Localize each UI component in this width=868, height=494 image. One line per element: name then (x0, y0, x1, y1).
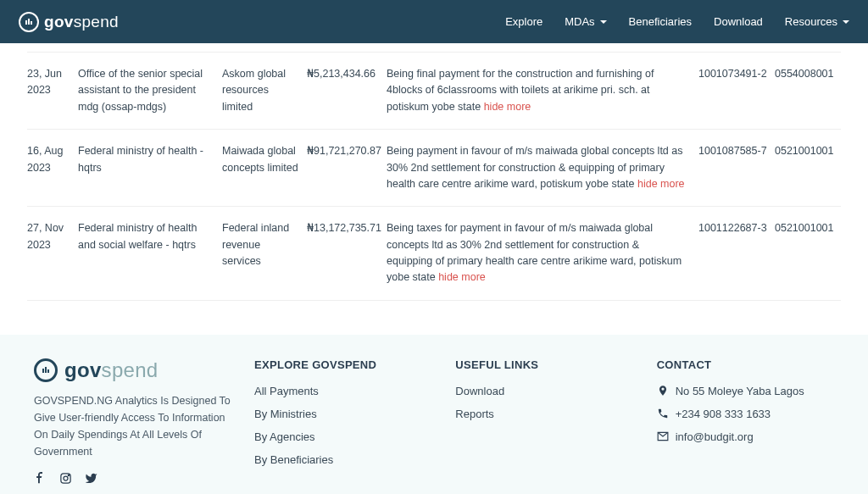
nav-mdas[interactable]: MDAs (565, 15, 606, 28)
cell-amount: ₦5,213,434.66 (307, 66, 375, 115)
email-icon (657, 430, 669, 442)
logo-icon (19, 12, 39, 32)
contact-email: info@budgit.org (657, 430, 834, 443)
location-icon (657, 385, 669, 397)
footer-link-by-agencies[interactable]: By Agencies (254, 430, 431, 443)
cell-date: 27, Nov 2023 (27, 220, 78, 286)
cell-date: 16, Aug 2023 (27, 143, 78, 192)
contact-phone-text: +234 908 333 1633 (676, 408, 771, 420)
facebook-icon[interactable] (34, 472, 47, 486)
twitter-icon[interactable] (85, 472, 98, 486)
logo-icon (34, 358, 58, 382)
cell-ref1: 1001122687-3 (698, 220, 775, 286)
cell-beneficiary: Maiwada global concepts limited (222, 143, 307, 192)
brand-logo[interactable]: govspend (19, 12, 119, 32)
footer-contact: CONTACT No 55 Moleye Yaba Lagos +234 908… (657, 358, 834, 486)
nav-mdas-label: MDAs (565, 15, 594, 28)
contact-phone: +234 908 333 1633 (657, 408, 834, 420)
footer-heading: USEFUL LINKS (455, 358, 632, 371)
cell-ministry: Federal ministry of health - hqtrs (78, 143, 222, 192)
cell-description: Being taxes for payment in favour of m/s… (375, 220, 698, 286)
brand-name: govspend (44, 13, 119, 31)
payments-table: 23, Jun 2023 Office of the senior specia… (0, 43, 868, 335)
cell-date: 23, Jun 2023 (27, 66, 78, 115)
footer-link-download[interactable]: Download (455, 385, 632, 397)
nav-resources[interactable]: Resources (785, 15, 849, 28)
cell-amount: ₦91,721,270.87 (307, 143, 375, 192)
phone-icon (657, 408, 669, 419)
nav-explore[interactable]: Explore (505, 15, 542, 28)
cell-description: Being final payment for the construction… (375, 66, 698, 115)
footer-heading: CONTACT (657, 358, 834, 371)
footer-link-all-payments[interactable]: All Payments (254, 385, 431, 397)
footer-link-reports[interactable]: Reports (455, 408, 632, 420)
instagram-icon[interactable] (59, 472, 73, 486)
hide-more-toggle[interactable]: hide more (637, 178, 685, 190)
hide-more-toggle[interactable]: hide more (438, 271, 486, 283)
navbar: govspend Explore MDAs Beneficiaries Down… (0, 0, 868, 43)
table-row: 23, Jun 2023 Office of the senior specia… (27, 52, 841, 130)
social-links (34, 472, 231, 486)
chevron-down-icon (600, 20, 607, 24)
footer-about: govspend GOVSPEND.NG Analytics Is Design… (34, 358, 231, 486)
contact-address-text: No 55 Moleye Yaba Lagos (676, 385, 804, 397)
cell-ministry: Federal ministry of health and social we… (78, 220, 222, 286)
table-row: 16, Aug 2023 Federal ministry of health … (27, 130, 841, 207)
description-text: Being taxes for payment in favour of m/s… (387, 222, 682, 283)
footer-explore: EXPLORE GOVSPEND All Payments By Ministr… (254, 358, 431, 486)
footer-useful: USEFUL LINKS Download Reports (455, 358, 632, 486)
cell-beneficiary: Federal inland revenue services (222, 220, 307, 286)
footer-link-by-beneficiaries[interactable]: By Beneficiaries (254, 453, 431, 466)
cell-beneficiary: Askom global resources limited (222, 66, 307, 115)
cell-amount: ₦13,172,735.71 (307, 220, 375, 286)
cell-ministry: Office of the senior special assistant t… (78, 66, 222, 115)
cell-ref1: 1001087585-7 (698, 143, 775, 192)
nav-download[interactable]: Download (714, 15, 763, 28)
hide-more-toggle[interactable]: hide more (484, 101, 531, 113)
footer-heading: EXPLORE GOVSPEND (254, 358, 431, 371)
contact-address: No 55 Moleye Yaba Lagos (657, 385, 834, 397)
footer-brand-name: govspend (64, 358, 158, 382)
cell-description: Being payment in favour of m/s maiwada g… (375, 143, 698, 192)
footer-logo[interactable]: govspend (34, 358, 231, 382)
footer-link-by-ministries[interactable]: By Ministries (254, 408, 431, 420)
footer-description: GOVSPEND.NG Analytics Is Designed To Giv… (34, 392, 231, 460)
nav-resources-label: Resources (785, 15, 837, 28)
nav-beneficiaries[interactable]: Beneficiaries (629, 15, 692, 28)
cell-ref2: 0554008001 (775, 66, 841, 115)
footer: govspend GOVSPEND.NG Analytics Is Design… (0, 335, 868, 494)
svg-point-2 (68, 475, 69, 475)
cell-ref2: 0521001001 (775, 220, 841, 286)
primary-nav: Explore MDAs Beneficiaries Download Reso… (505, 15, 849, 28)
chevron-down-icon (843, 20, 849, 24)
svg-point-1 (64, 476, 68, 480)
cell-ref2: 0521001001 (775, 143, 841, 192)
table-row: 27, Nov 2023 Federal ministry of health … (27, 207, 841, 301)
contact-email-text: info@budgit.org (676, 430, 754, 443)
cell-ref1: 1001073491-2 (698, 66, 775, 115)
